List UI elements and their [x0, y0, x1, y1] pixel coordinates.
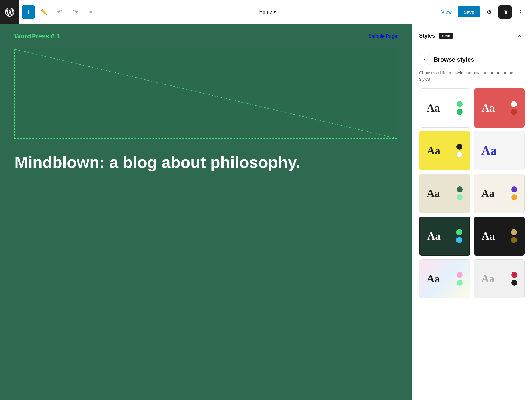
style-card-gray-light[interactable]: Aa — [474, 259, 525, 298]
styles-grid: Aa Aa Aa — [412, 88, 532, 298]
style-card-dark-black[interactable]: Aa — [474, 217, 525, 256]
style-card-tan[interactable]: Aa — [419, 174, 470, 213]
dot-1 — [511, 229, 517, 235]
wp-logo — [0, 0, 19, 24]
beta-badge: Beta — [439, 33, 453, 39]
undo-button[interactable]: ↶ — [53, 5, 66, 19]
style-card-aa: Aa — [482, 230, 495, 242]
site-header: WordPress 6.1 Sample Page — [0, 24, 412, 49]
dot-1 — [457, 101, 463, 107]
style-card-dots — [511, 101, 517, 115]
style-card-dots — [457, 186, 463, 200]
dot-2 — [457, 194, 463, 200]
wordpress-icon — [4, 7, 15, 17]
dot-1 — [456, 144, 462, 150]
canvas-headline: Mindblown: a blog about philosophy. — [0, 139, 412, 171]
dot-1 — [511, 272, 517, 278]
appearance-button[interactable]: ◑ — [498, 5, 512, 19]
style-card-pastel[interactable]: Aa — [419, 259, 470, 298]
dot-1 — [456, 229, 462, 235]
edit-button[interactable]: ✏️ — [37, 5, 51, 19]
panel-close-button[interactable]: ✕ — [514, 31, 525, 42]
dot-2 — [457, 280, 463, 286]
dot-1 — [457, 186, 463, 192]
style-card-aa: Aa — [481, 187, 495, 200]
site-title: WordPress 6.1 — [14, 32, 60, 40]
style-card-aa: Aa — [427, 144, 440, 157]
browse-styles-desc: Choose a different style combination for… — [412, 70, 532, 88]
more-options-button[interactable]: ⋮ — [514, 5, 527, 19]
dot-1 — [457, 272, 463, 278]
dot-2 — [457, 109, 463, 115]
styles-panel-header: Styles Beta ⋮ ✕ — [412, 24, 532, 48]
site-nav: Sample Page — [368, 34, 397, 39]
dot-2 — [456, 237, 462, 243]
home-label: Home — [259, 9, 272, 15]
canvas-area: WordPress 6.1 Sample Page Mindblown: a b… — [0, 24, 412, 400]
sample-page-link[interactable]: Sample Page — [368, 34, 397, 39]
toolbar: + ✏️ ↶ ↷ ≡ Home ▾ View Save ⚙ ◑ ⋮ — [0, 0, 532, 24]
dot-1 — [511, 186, 517, 192]
style-card-dots — [456, 229, 462, 243]
style-card-aa: Aa — [427, 187, 440, 200]
add-block-button[interactable]: + — [22, 5, 35, 19]
style-card-aa: Aa — [427, 230, 441, 242]
style-card-dots — [511, 272, 517, 286]
dot-1 — [511, 101, 517, 107]
style-card-dark-green[interactable]: Aa — [419, 217, 470, 256]
style-card-dots — [457, 272, 463, 286]
panel-title-area: Styles Beta — [419, 33, 453, 39]
list-view-button[interactable]: ≡ — [84, 5, 97, 19]
dot-2 — [511, 280, 517, 286]
style-card-white-green[interactable]: Aa — [419, 88, 470, 128]
browse-styles-header: ‹ Browse styles — [412, 48, 532, 70]
toolbar-center: Home ▾ — [100, 9, 435, 15]
svg-line-0 — [15, 49, 397, 138]
style-card-cream[interactable]: Aa — [474, 174, 525, 213]
style-card-dots — [457, 101, 463, 115]
back-button[interactable]: ‹ — [419, 54, 430, 65]
panel-more-button[interactable]: ⋮ — [501, 31, 512, 42]
redo-button[interactable]: ↷ — [69, 5, 82, 19]
style-card-yellow[interactable]: Aa — [419, 131, 470, 170]
main-area: WordPress 6.1 Sample Page Mindblown: a b… — [0, 24, 532, 400]
styles-panel: Styles Beta ⋮ ✕ ‹ Browse styles Choose a… — [412, 24, 532, 400]
settings-button[interactable]: ⚙ — [483, 5, 496, 19]
style-card-red[interactable]: Aa — [474, 88, 525, 128]
placeholder-lines — [15, 49, 397, 138]
dot-2 — [511, 194, 517, 200]
style-card-aa: Aa — [481, 143, 497, 158]
panel-header-actions: ⋮ ✕ — [501, 31, 525, 42]
view-button[interactable]: View — [438, 7, 455, 17]
home-button[interactable]: Home ▾ — [259, 9, 276, 15]
style-card-aa: Aa — [427, 272, 440, 285]
chevron-down-icon: ▾ — [274, 10, 276, 14]
style-card-aa: Aa — [482, 102, 495, 114]
dot-2 — [511, 237, 517, 243]
style-card-aa: Aa — [427, 102, 440, 114]
style-card-dots — [511, 229, 517, 243]
image-placeholder[interactable] — [14, 49, 397, 139]
style-card-aa: Aa — [481, 272, 495, 285]
browse-styles-title: Browse styles — [434, 56, 474, 63]
style-card-blue[interactable]: Aa — [474, 131, 525, 170]
style-card-dots — [511, 186, 517, 200]
styles-panel-title: Styles — [419, 33, 435, 39]
style-card-dots — [456, 144, 462, 158]
toolbar-right: View Save ⚙ ◑ ⋮ — [438, 5, 527, 19]
save-button[interactable]: Save — [458, 6, 480, 17]
dot-2 — [511, 109, 517, 115]
dot-2 — [456, 152, 462, 158]
